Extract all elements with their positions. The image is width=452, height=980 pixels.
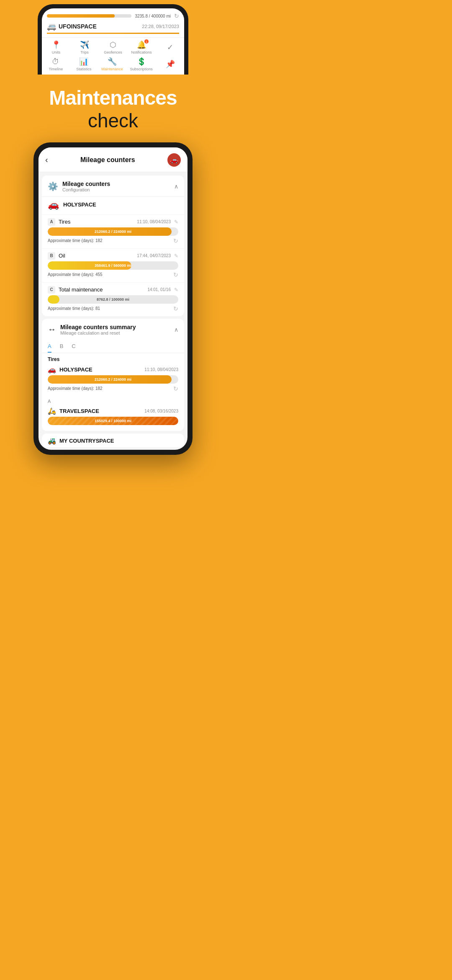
summary-section: ↔️ Mileage counters summary Mileage calc… xyxy=(42,319,184,431)
nav-maintenance[interactable]: 🔧 Maintenance xyxy=(101,57,123,71)
oil-progress-label: 358461.9 / 560000 mi xyxy=(95,263,131,268)
maint-item-tires-header: A Tires 11:10, 08/04/2023 ✎ xyxy=(48,218,178,226)
tires-refresh-icon[interactable]: ↻ xyxy=(173,237,178,244)
oil-letter: B xyxy=(48,252,55,260)
oil-progress-wrap: 358461.9 / 560000 mi xyxy=(48,261,178,270)
oil-date: 17:44, 04/07/2023 xyxy=(137,253,171,258)
bottom-phone-wrapper: ‹ Mileage counters 🚗 ⚙️ Mileage counters… xyxy=(0,142,226,463)
top-orange-bar xyxy=(47,33,179,34)
top-refresh-icon[interactable]: ↻ xyxy=(174,13,179,19)
maint-item-total: C Total maintenance 14:01, 01/16 ✎ 8762.… xyxy=(42,282,184,316)
units-icon: 📍 xyxy=(51,40,61,49)
summary-holyspace-approx-row: Approximate time (days): 182 ↻ xyxy=(48,385,178,392)
maint-item-oil-header: B Oil 17:44, 04/07/2023 ✎ xyxy=(48,252,178,260)
units-label: Units xyxy=(52,50,61,54)
holyspace-car-icon: 🚗 xyxy=(48,199,59,210)
summary-collapse-icon[interactable]: ∧ xyxy=(174,326,178,333)
notifications-label: Notifications xyxy=(131,50,152,54)
tires-approx-text: Approximate time (days): 182 xyxy=(48,238,103,243)
summary-travelspace-item: 🛵 TRAVELSPACE 14:08, 03/16/2023 155029.4… xyxy=(42,405,184,431)
tires-approx-row: Approximate time (days): 182 ↻ xyxy=(48,237,178,244)
summary-travelspace-progress-wrap: 155029.4 / 100000 mi xyxy=(48,417,178,425)
top-screen-content: 3235.8 / 400000 mi ↻ 🚐 UFOINSPACE 22:28,… xyxy=(42,8,184,34)
maintenance-icon: 🔧 xyxy=(108,57,117,66)
summary-holyspace-item: 🚗 HOLYSPACE 11:10, 08/04/2023 212060.2 /… xyxy=(42,364,184,396)
summary-section-title: Mileage counters summary xyxy=(60,324,136,330)
total-actions: 14:01, 01/16 ✎ xyxy=(147,287,178,293)
statistics-label: Statistics xyxy=(76,67,91,71)
oil-edit-icon[interactable]: ✎ xyxy=(174,253,178,259)
screen-title: Mileage counters xyxy=(80,156,135,164)
total-edit-icon[interactable]: ✎ xyxy=(174,287,178,293)
mileage-section: ⚙️ Mileage counters Configuration ∧ 🚗 HO… xyxy=(42,175,184,316)
headline-main: Maintenances xyxy=(8,87,218,109)
trips-icon: ✈️ xyxy=(80,40,89,49)
mileage-section-title: Mileage counters xyxy=(62,181,110,187)
summary-tab-c[interactable]: C xyxy=(72,343,75,353)
nav-subscriptions[interactable]: 💲 Subscriptions xyxy=(130,57,153,71)
maint-item-total-header: C Total maintenance 14:01, 01/16 ✎ xyxy=(48,286,178,294)
summary-section-header: ↔️ Mileage counters summary Mileage calc… xyxy=(42,319,184,340)
nav-statistics[interactable]: 📊 Statistics xyxy=(73,57,94,71)
nav-geofences[interactable]: ⬡ Geofences xyxy=(103,40,123,54)
summary-holyspace-approx: Approximate time (days): 182 xyxy=(48,386,103,391)
summary-holyspace-progress-label: 212060.2 / 224000 mi xyxy=(95,377,131,382)
top-progress-row: 3235.8 / 400000 mi ↻ xyxy=(47,13,179,19)
car-avatar: 🚗 xyxy=(167,153,181,167)
summary-sub-letter: A xyxy=(42,396,184,405)
summary-holyspace-date: 11:10, 08/04/2023 xyxy=(144,367,178,372)
total-label-row: C Total maintenance xyxy=(48,286,103,294)
nav-notifications[interactable]: 🔔 1 Notifications xyxy=(131,40,152,54)
top-progress-text: 3235.8 / 400000 mi xyxy=(135,14,171,18)
tires-letter: A xyxy=(48,218,55,226)
summary-icon: ↔️ xyxy=(48,325,56,334)
headline-sub: check xyxy=(8,109,218,132)
summary-section-left: ↔️ Mileage counters summary Mileage calc… xyxy=(48,324,136,335)
summary-tab-b[interactable]: B xyxy=(60,343,64,353)
summary-tabs: A B C xyxy=(42,340,184,353)
nav-trips[interactable]: ✈️ Trips xyxy=(74,40,95,54)
mileage-vehicle-row: 🚗 HOLYSPACE xyxy=(42,196,184,214)
maintenance-label: Maintenance xyxy=(101,67,123,71)
summary-travelspace-progress-label: 155029.4 / 100000 mi xyxy=(95,419,131,423)
trips-label: Trips xyxy=(80,50,89,54)
nav-pin[interactable]: 📌 xyxy=(160,59,181,69)
mileage-collapse-icon[interactable]: ∧ xyxy=(174,183,178,190)
tires-edit-icon[interactable]: ✎ xyxy=(174,219,178,225)
oil-approx-row: Approximate time (days): 455 ↻ xyxy=(48,271,178,278)
total-name: Total maintenance xyxy=(59,286,103,293)
nav-units[interactable]: 📍 Units xyxy=(46,40,67,54)
top-phone-wrapper: 3235.8 / 400000 mi ↻ 🚐 UFOINSPACE 22:28,… xyxy=(0,0,226,75)
tires-label-row: A Tires xyxy=(48,218,70,226)
summary-holyspace-name: HOLYSPACE xyxy=(59,366,92,373)
geofences-label: Geofences xyxy=(104,50,122,54)
maint-item-oil: B Oil 17:44, 04/07/2023 ✎ 358461.9 / 560… xyxy=(42,248,184,282)
total-letter: C xyxy=(48,286,55,294)
top-nav-row1: 📍 Units ✈️ Trips ⬡ Geofences 🔔 1 Notif xyxy=(42,37,184,56)
top-phone-screen: 3235.8 / 400000 mi ↻ 🚐 UFOINSPACE 22:28,… xyxy=(42,8,184,75)
subscriptions-label: Subscriptions xyxy=(130,67,153,71)
top-vehicle-row: 🚐 UFOINSPACE 22:28, 09/17/2023 xyxy=(47,22,179,31)
holyspace-name: HOLYSPACE xyxy=(63,201,96,208)
tires-name: Tires xyxy=(59,219,70,225)
total-approx-text: Approximate time (days): 81 xyxy=(48,306,100,311)
bottom-countryspace-item: 🚜 MY COUNTRYSPACE xyxy=(42,433,184,447)
summary-section-titles: Mileage counters summary Mileage calcula… xyxy=(60,324,136,335)
mileage-section-subtitle: Configuration xyxy=(62,187,110,192)
summary-holyspace-refresh-icon[interactable]: ↻ xyxy=(173,385,178,392)
summary-travelspace-icon: 🛵 xyxy=(48,407,56,415)
countryspace-name: MY COUNTRYSPACE xyxy=(59,438,114,444)
tires-progress-label: 212060.2 / 224000 mi xyxy=(95,230,131,234)
top-vehicle-icon: 🚐 xyxy=(47,22,56,31)
notifications-badge: 1 xyxy=(144,39,149,44)
summary-holyspace-row: 🚗 HOLYSPACE 11:10, 08/04/2023 xyxy=(48,366,178,374)
tires-progress-wrap: 212060.2 / 224000 mi xyxy=(48,227,178,236)
timeline-icon: ⏱ xyxy=(52,57,59,66)
back-button[interactable]: ‹ xyxy=(45,155,48,165)
total-refresh-icon[interactable]: ↻ xyxy=(173,305,178,312)
summary-tab-a[interactable]: A xyxy=(48,343,51,353)
total-progress-fill xyxy=(48,295,59,304)
nav-timeline[interactable]: ⏱ Timeline xyxy=(45,57,66,71)
nav-check[interactable]: ✓ xyxy=(159,43,180,52)
oil-refresh-icon[interactable]: ↻ xyxy=(173,271,178,278)
